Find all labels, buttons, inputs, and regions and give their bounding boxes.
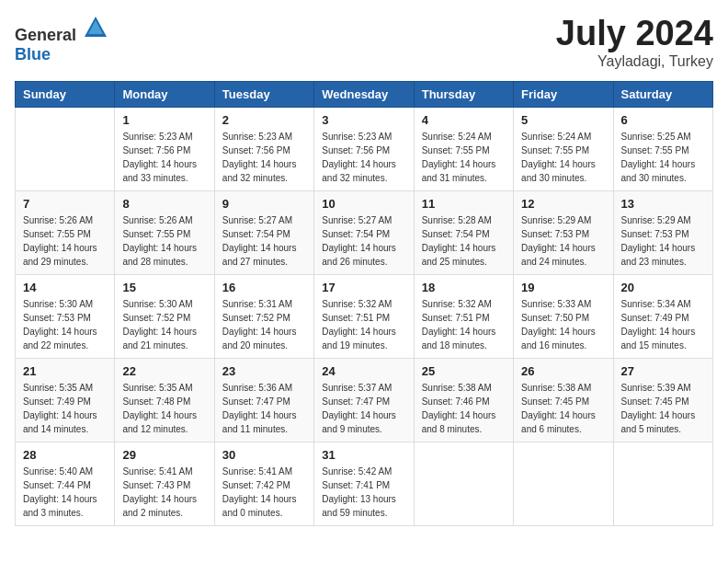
day-number: 7 — [23, 197, 107, 211]
day-info: Sunrise: 5:29 AM Sunset: 7:53 PM Dayligh… — [621, 213, 705, 269]
day-number: 13 — [621, 197, 705, 211]
day-info: Sunrise: 5:32 AM Sunset: 7:51 PM Dayligh… — [422, 297, 506, 352]
day-number: 2 — [222, 113, 306, 127]
calendar-day-cell: 27Sunrise: 5:39 AM Sunset: 7:45 PM Dayli… — [613, 358, 712, 442]
day-info: Sunrise: 5:40 AM Sunset: 7:44 PM Dayligh… — [23, 465, 107, 520]
page-header: General Blue July 2024 Yayladagi, Turkey — [15, 15, 713, 70]
day-of-week-header: Thursday — [414, 81, 513, 107]
day-number: 23 — [222, 364, 306, 378]
day-info: Sunrise: 5:35 AM Sunset: 7:48 PM Dayligh… — [122, 381, 206, 436]
calendar-day-cell: 1Sunrise: 5:23 AM Sunset: 7:56 PM Daylig… — [115, 107, 214, 190]
calendar-day-cell: 20Sunrise: 5:34 AM Sunset: 7:49 PM Dayli… — [613, 274, 712, 358]
day-of-week-header: Wednesday — [314, 81, 414, 107]
logo-blue: Blue — [15, 45, 51, 63]
day-info: Sunrise: 5:29 AM Sunset: 7:53 PM Dayligh… — [521, 213, 605, 269]
day-of-week-header: Friday — [514, 81, 613, 107]
calendar-day-cell: 18Sunrise: 5:32 AM Sunset: 7:51 PM Dayli… — [414, 274, 513, 358]
calendar-day-cell: 4Sunrise: 5:24 AM Sunset: 7:55 PM Daylig… — [414, 107, 513, 190]
calendar-week-row: 1Sunrise: 5:23 AM Sunset: 7:56 PM Daylig… — [16, 107, 713, 190]
day-of-week-header: Saturday — [613, 81, 712, 107]
day-number: 5 — [521, 113, 605, 127]
calendar-day-cell: 26Sunrise: 5:38 AM Sunset: 7:45 PM Dayli… — [514, 358, 613, 442]
day-info: Sunrise: 5:26 AM Sunset: 7:55 PM Dayligh… — [122, 213, 206, 269]
day-number: 20 — [621, 281, 705, 294]
day-number: 27 — [621, 364, 705, 378]
calendar-day-cell: 5Sunrise: 5:24 AM Sunset: 7:55 PM Daylig… — [514, 107, 613, 190]
day-info: Sunrise: 5:23 AM Sunset: 7:56 PM Dayligh… — [222, 130, 306, 185]
day-number: 1 — [122, 113, 206, 127]
day-info: Sunrise: 5:24 AM Sunset: 7:55 PM Dayligh… — [422, 130, 506, 185]
day-number: 17 — [322, 281, 405, 294]
day-info: Sunrise: 5:28 AM Sunset: 7:54 PM Dayligh… — [422, 213, 506, 269]
day-info: Sunrise: 5:36 AM Sunset: 7:47 PM Dayligh… — [222, 381, 306, 436]
calendar-day-cell: 17Sunrise: 5:32 AM Sunset: 7:51 PM Dayli… — [314, 274, 414, 358]
calendar-week-row: 7Sunrise: 5:26 AM Sunset: 7:55 PM Daylig… — [16, 190, 713, 274]
calendar-day-cell: 31Sunrise: 5:42 AM Sunset: 7:41 PM Dayli… — [314, 442, 414, 525]
day-number: 14 — [23, 281, 107, 294]
day-info: Sunrise: 5:30 AM Sunset: 7:52 PM Dayligh… — [122, 297, 206, 352]
calendar-day-cell: 11Sunrise: 5:28 AM Sunset: 7:54 PM Dayli… — [414, 190, 513, 274]
calendar-week-row: 14Sunrise: 5:30 AM Sunset: 7:53 PM Dayli… — [16, 274, 713, 358]
day-number: 6 — [621, 113, 705, 127]
calendar-day-cell — [613, 442, 712, 525]
calendar-day-cell — [514, 442, 613, 525]
day-info: Sunrise: 5:23 AM Sunset: 7:56 PM Dayligh… — [122, 130, 206, 185]
day-number: 19 — [521, 281, 605, 294]
calendar-day-cell: 6Sunrise: 5:25 AM Sunset: 7:55 PM Daylig… — [613, 107, 712, 190]
calendar-day-cell: 22Sunrise: 5:35 AM Sunset: 7:48 PM Dayli… — [115, 358, 214, 442]
day-info: Sunrise: 5:33 AM Sunset: 7:50 PM Dayligh… — [521, 297, 605, 352]
title-area: July 2024 Yayladagi, Turkey — [556, 15, 713, 70]
calendar-day-cell: 24Sunrise: 5:37 AM Sunset: 7:47 PM Dayli… — [314, 358, 414, 442]
day-info: Sunrise: 5:41 AM Sunset: 7:42 PM Dayligh… — [222, 465, 306, 520]
day-number: 30 — [222, 448, 306, 462]
day-info: Sunrise: 5:35 AM Sunset: 7:49 PM Dayligh… — [23, 381, 107, 436]
day-number: 28 — [23, 448, 107, 462]
day-info: Sunrise: 5:38 AM Sunset: 7:46 PM Dayligh… — [422, 381, 506, 436]
calendar-week-row: 21Sunrise: 5:35 AM Sunset: 7:49 PM Dayli… — [16, 358, 713, 442]
day-number: 16 — [222, 281, 306, 294]
day-info: Sunrise: 5:24 AM Sunset: 7:55 PM Dayligh… — [521, 130, 605, 185]
logo-icon — [83, 15, 108, 40]
day-number: 25 — [422, 364, 506, 378]
day-info: Sunrise: 5:27 AM Sunset: 7:54 PM Dayligh… — [222, 213, 306, 269]
day-of-week-header: Tuesday — [214, 81, 313, 107]
calendar-table: SundayMondayTuesdayWednesdayThursdayFrid… — [15, 81, 713, 526]
day-info: Sunrise: 5:41 AM Sunset: 7:43 PM Dayligh… — [122, 465, 206, 520]
calendar-day-cell: 2Sunrise: 5:23 AM Sunset: 7:56 PM Daylig… — [214, 107, 313, 190]
calendar-day-cell: 23Sunrise: 5:36 AM Sunset: 7:47 PM Dayli… — [214, 358, 313, 442]
day-of-week-header: Monday — [115, 81, 214, 107]
logo: General Blue — [15, 15, 108, 64]
calendar-day-cell: 7Sunrise: 5:26 AM Sunset: 7:55 PM Daylig… — [16, 190, 115, 274]
day-number: 24 — [322, 364, 405, 378]
calendar-header-row: SundayMondayTuesdayWednesdayThursdayFrid… — [16, 81, 713, 107]
calendar-day-cell: 14Sunrise: 5:30 AM Sunset: 7:53 PM Dayli… — [16, 274, 115, 358]
calendar-location: Yayladagi, Turkey — [556, 53, 713, 70]
day-of-week-header: Sunday — [16, 81, 115, 107]
calendar-day-cell: 10Sunrise: 5:27 AM Sunset: 7:54 PM Dayli… — [314, 190, 414, 274]
day-number: 15 — [122, 281, 206, 294]
day-info: Sunrise: 5:42 AM Sunset: 7:41 PM Dayligh… — [322, 465, 405, 520]
calendar-day-cell: 21Sunrise: 5:35 AM Sunset: 7:49 PM Dayli… — [16, 358, 115, 442]
day-info: Sunrise: 5:37 AM Sunset: 7:47 PM Dayligh… — [322, 381, 405, 436]
calendar-day-cell — [16, 107, 115, 190]
logo-text: General Blue — [15, 15, 108, 64]
calendar-day-cell: 29Sunrise: 5:41 AM Sunset: 7:43 PM Dayli… — [115, 442, 214, 525]
day-info: Sunrise: 5:38 AM Sunset: 7:45 PM Dayligh… — [521, 381, 605, 436]
calendar-day-cell — [414, 442, 513, 525]
logo-general: General — [15, 26, 76, 44]
day-number: 11 — [422, 197, 506, 211]
calendar-day-cell: 8Sunrise: 5:26 AM Sunset: 7:55 PM Daylig… — [115, 190, 214, 274]
calendar-day-cell: 15Sunrise: 5:30 AM Sunset: 7:52 PM Dayli… — [115, 274, 214, 358]
day-number: 3 — [322, 113, 405, 127]
calendar-day-cell: 13Sunrise: 5:29 AM Sunset: 7:53 PM Dayli… — [613, 190, 712, 274]
day-number: 26 — [521, 364, 605, 378]
day-number: 10 — [322, 197, 405, 211]
day-number: 8 — [122, 197, 206, 211]
day-number: 9 — [222, 197, 306, 211]
day-info: Sunrise: 5:23 AM Sunset: 7:56 PM Dayligh… — [322, 130, 405, 185]
day-number: 18 — [422, 281, 506, 294]
calendar-title: July 2024 — [556, 15, 713, 53]
day-info: Sunrise: 5:27 AM Sunset: 7:54 PM Dayligh… — [322, 213, 405, 269]
day-number: 31 — [322, 448, 405, 462]
calendar-day-cell: 3Sunrise: 5:23 AM Sunset: 7:56 PM Daylig… — [314, 107, 414, 190]
